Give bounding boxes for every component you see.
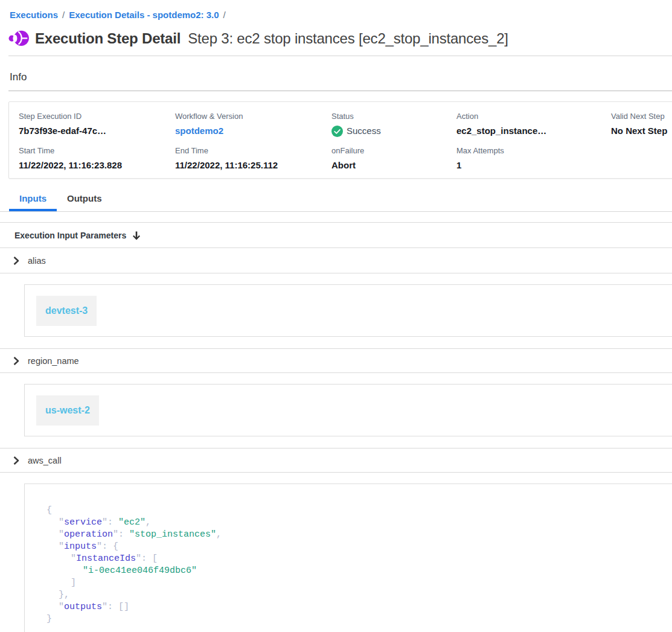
field-workflow-version: Workflow & Version spotdemo2 — [175, 110, 331, 137]
breadcrumb-separator: / — [223, 10, 226, 20]
json-line: { — [46, 505, 672, 517]
tab-inputs[interactable]: Inputs — [9, 188, 57, 211]
field-value: 1 — [456, 159, 611, 171]
field-status: Status Success — [331, 110, 456, 137]
field-label: Action — [456, 110, 611, 122]
field-end-time: End Time 11/22/2022, 11:16:25.112 — [175, 145, 331, 171]
param-name: region_name — [28, 356, 79, 366]
field-step-execution-id: Step Execution ID 7b73f93e-edaf-47c… — [19, 110, 175, 137]
field-max-attempts: Max Attempts 1 — [456, 145, 611, 171]
title-bar: Execution Step Detail Step 3: ec2 stop i… — [8, 28, 672, 49]
alias-value-panel: devtest-3 — [24, 284, 672, 337]
field-label: End Time — [175, 145, 331, 156]
json-line: } — [46, 613, 672, 625]
divider — [8, 91, 672, 91]
tab-bar: Inputs Outputs — [0, 188, 672, 212]
chevron-right-icon — [13, 256, 19, 266]
alias-chip[interactable]: devtest-3 — [36, 296, 97, 326]
info-card: Step Execution ID 7b73f93e-edaf-47c… Wor… — [8, 101, 672, 179]
status-text: Success — [347, 125, 381, 137]
chevron-right-icon — [13, 356, 19, 366]
field-label: Workflow & Version — [175, 110, 331, 122]
info-section-label: Info — [10, 71, 672, 84]
field-value: ec2_stop_instance… — [456, 125, 611, 137]
param-name: aws_call — [28, 456, 62, 465]
page-title: Execution Step Detail — [35, 30, 181, 47]
aws-call-json-panel: {"service": "ec2","operation": "stop_ins… — [24, 484, 672, 632]
field-label: Start Time — [19, 145, 175, 156]
breadcrumb-link-execution-details[interactable]: Execution Details - spotdemo2: 3.0 — [69, 10, 219, 20]
json-line: "outputs": [] — [46, 601, 672, 613]
chevron-right-icon — [13, 456, 19, 465]
json-viewer: {"service": "ec2","operation": "stop_ins… — [46, 505, 672, 625]
tab-outputs[interactable]: Outputs — [57, 188, 112, 211]
field-value: No Next Step — [611, 125, 672, 137]
json-line: "i-0ec41ee046f49dbc6" — [46, 565, 672, 577]
param-row-alias[interactable]: alias — [0, 248, 672, 273]
arrow-down-icon[interactable] — [132, 231, 141, 240]
field-label: Status — [331, 110, 456, 122]
field-start-time: Start Time 11/22/2022, 11:16:23.828 — [19, 145, 175, 171]
param-row-region-name[interactable]: region_name — [0, 348, 672, 373]
status-value: Success — [331, 125, 456, 137]
field-label: onFailure — [331, 145, 456, 156]
param-name: alias — [28, 256, 46, 266]
json-line: "InstanceIds": [ — [46, 553, 672, 565]
field-label: Valid Next Step — [611, 110, 672, 122]
region-name-value-panel: us-west-2 — [24, 384, 672, 436]
success-check-icon — [331, 126, 343, 137]
field-value: 11/22/2022, 11:16:25.112 — [175, 159, 331, 171]
field-label: Step Execution ID — [19, 110, 175, 122]
execution-input-parameters-header: Execution Input Parameters — [0, 222, 672, 248]
json-line: "inputs": { — [46, 541, 672, 553]
region-name-chip[interactable]: us-west-2 — [36, 395, 99, 426]
page-subtitle: Step 3: ec2 stop instances [ec2_stop_ins… — [188, 30, 508, 47]
workflow-link[interactable]: spotdemo2 — [175, 125, 331, 137]
field-value: 7b73f93e-edaf-47c… — [19, 125, 175, 137]
json-line: "service": "ec2", — [46, 517, 672, 529]
json-line: }, — [46, 589, 672, 601]
breadcrumb-separator: / — [62, 10, 65, 20]
param-row-aws-call[interactable]: aws_call — [0, 448, 672, 473]
json-line: "operation": "stop_instances", — [46, 529, 672, 541]
execution-step-detail-page: Executions / Execution Details - spotdem… — [0, 0, 672, 632]
field-value: 11/22/2022, 11:16:23.828 — [19, 159, 175, 171]
field-action: Action ec2_stop_instance… — [456, 110, 611, 137]
field-onfailure: onFailure Abort — [331, 145, 456, 171]
json-line: ] — [46, 577, 672, 589]
field-valid-next-step: Valid Next Step No Next Step — [611, 110, 672, 137]
field-label: Max Attempts — [456, 145, 611, 156]
breadcrumb-link-executions[interactable]: Executions — [10, 10, 58, 20]
fylamynt-logo-icon — [8, 28, 29, 49]
divider — [8, 56, 672, 56]
parameters-header-label: Execution Input Parameters — [14, 231, 126, 240]
breadcrumb: Executions / Execution Details - spotdem… — [0, 0, 672, 20]
field-value: Abort — [331, 159, 456, 171]
